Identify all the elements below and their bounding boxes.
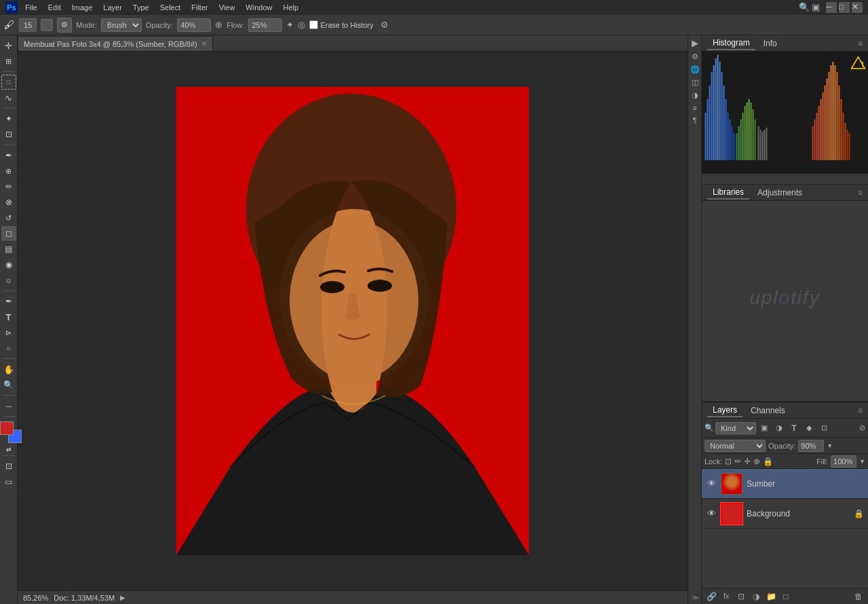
add-style-icon[interactable]: fx [719, 590, 733, 603]
lock-transparent-icon[interactable]: ⊡ [725, 457, 732, 466]
maximize-button[interactable]: □ [839, 2, 850, 13]
flow-input[interactable] [248, 18, 282, 32]
history-tool[interactable]: ↺ [1, 210, 16, 225]
lasso-tool[interactable]: ∿ [1, 90, 16, 105]
menu-edit[interactable]: Edit [45, 3, 64, 12]
info-tab[interactable]: Info [758, 37, 783, 50]
smoothing-icon[interactable]: ◎ [298, 20, 305, 30]
lock-all-icon[interactable]: 🔒 [763, 457, 773, 466]
foreground-color-well[interactable] [0, 421, 14, 435]
kind-filter-select[interactable]: Kind [715, 422, 756, 434]
opacity-settings-icon[interactable]: ⊕ [215, 20, 222, 30]
menu-select[interactable]: Select [157, 3, 184, 12]
quick-mask-button[interactable]: ⊡ [1, 459, 16, 474]
search-icon[interactable]: 🔍 [799, 2, 810, 13]
brush-tool[interactable]: ✏ [1, 179, 16, 194]
airbrush-icon[interactable]: ✦ [286, 20, 294, 30]
menu-type[interactable]: Type [130, 3, 153, 12]
new-adjustment-icon[interactable]: ◑ [749, 590, 763, 603]
fill-chevron[interactable]: ▼ [859, 458, 865, 465]
search-layers-icon[interactable]: 🔍 [705, 423, 714, 432]
type-tool[interactable]: T [1, 309, 16, 324]
brush-picker-button[interactable] [41, 19, 53, 31]
crop-tool[interactable]: ⊡ [1, 127, 16, 142]
adjustments-tab[interactable]: Adjustments [752, 187, 808, 199]
zoom-tool[interactable]: 🔍 [1, 377, 16, 392]
lock-position-icon[interactable]: ✛ [744, 457, 751, 466]
libraries-menu-icon[interactable]: ≡ [858, 188, 863, 197]
shape-filter-icon[interactable]: ◆ [802, 421, 816, 435]
properties-strip-icon[interactable]: ≡ [692, 104, 696, 112]
hand-tool[interactable]: ✋ [1, 362, 16, 377]
marquee-tool[interactable]: □ [1, 75, 16, 90]
eyedropper-tool[interactable]: ✒ [1, 148, 16, 163]
filter-toggle[interactable]: ⊘ [859, 423, 865, 432]
layer-visibility-sumber[interactable]: 👁 [706, 478, 717, 489]
more-tools[interactable]: ··· [1, 398, 16, 413]
menu-file[interactable]: File [22, 3, 41, 12]
libraries-tab[interactable]: Libraries [707, 186, 749, 200]
layers-menu-icon[interactable]: ≡ [858, 406, 863, 415]
paragraph-icon[interactable]: ¶ [693, 116, 697, 124]
smart-filter-icon[interactable]: ⊡ [817, 421, 831, 435]
menu-help[interactable]: Help [279, 3, 302, 12]
menu-filter[interactable]: Filter [188, 3, 211, 12]
new-group-icon[interactable]: 📁 [764, 590, 778, 603]
opacity-input[interactable] [177, 18, 211, 32]
tool-options-icon[interactable]: ⚙ [692, 52, 698, 61]
opacity-row-input[interactable] [798, 440, 824, 452]
path-tool[interactable]: ⊳ [1, 325, 16, 340]
histogram-menu-icon[interactable]: ≡ [858, 39, 863, 48]
delete-layer-icon[interactable]: 🗑 [852, 590, 865, 603]
gradient-tool[interactable]: ▤ [1, 242, 16, 257]
play-icon[interactable]: ▶ [692, 38, 698, 48]
erase-history-label[interactable]: Erase to History [309, 20, 373, 29]
document-tab[interactable]: Membuat Pas Foto 3x4 @ 85,3% (Sumber, RG… [18, 36, 213, 51]
layers-tab[interactable]: Layers [707, 404, 743, 417]
menu-window[interactable]: Window [242, 3, 275, 12]
stamp-tool[interactable]: ⊗ [1, 195, 16, 210]
link-layers-icon[interactable]: 🔗 [705, 590, 718, 603]
type-filter-icon[interactable]: T [787, 421, 801, 435]
blend-mode-select[interactable]: Normal Multiply Screen Overlay [705, 440, 766, 452]
shape-tool[interactable]: ○ [1, 341, 16, 356]
layers-strip-icon[interactable]: ◫ [692, 78, 698, 87]
eraser-tool[interactable]: ◻ [1, 226, 16, 241]
healing-tool[interactable]: ⊕ [1, 164, 16, 178]
mode-select[interactable]: Brush Pencil Block [101, 18, 142, 32]
world-icon[interactable]: 🌐 [690, 65, 700, 74]
arrange-icon[interactable]: ▣ [812, 2, 820, 13]
opacity-chevron[interactable]: ▼ [827, 442, 833, 449]
settings-icon[interactable]: ⚙ [380, 20, 389, 30]
brush-settings-button[interactable]: ⚙ [57, 18, 72, 33]
pen-tool[interactable]: ✒ [1, 294, 16, 309]
adjustment-strip-icon[interactable]: ◑ [692, 91, 698, 100]
minimize-button[interactable]: ─ [826, 2, 837, 13]
add-mask-icon[interactable]: ⊡ [734, 590, 748, 603]
channels-tab[interactable]: Channels [745, 404, 791, 417]
menu-layer[interactable]: Layer [100, 3, 125, 12]
forward-arrow[interactable]: ▶ [120, 594, 125, 601]
layer-item-background[interactable]: 👁 Background 🔒 [702, 499, 868, 529]
blur-tool[interactable]: ◉ [1, 257, 16, 272]
pixel-filter-icon[interactable]: ▣ [757, 421, 771, 435]
menu-view[interactable]: View [216, 3, 239, 12]
adjustment-filter-icon[interactable]: ◑ [772, 421, 786, 435]
menu-image[interactable]: Image [68, 3, 96, 12]
move-tool[interactable]: ✛ [1, 38, 16, 53]
close-button[interactable]: ✕ [852, 2, 863, 13]
artboard-tool[interactable]: ⊞ [1, 54, 16, 69]
dodge-tool[interactable]: ☼ [1, 273, 16, 288]
histogram-tab[interactable]: Histogram [707, 37, 755, 50]
wand-tool[interactable]: ✦ [1, 111, 16, 126]
fill-row-input[interactable] [831, 455, 856, 468]
tab-close-icon[interactable]: ✕ [201, 40, 207, 48]
layer-item-sumber[interactable]: 👁 Sumber [702, 469, 868, 499]
layer-visibility-background[interactable]: 👁 [706, 508, 717, 519]
new-layer-icon[interactable]: □ [779, 590, 793, 603]
collapse-strip-icon[interactable]: ≫ [692, 594, 698, 601]
lock-artboards-icon[interactable]: ⊕ [753, 457, 760, 466]
swap-colors-icon[interactable]: ⇄ [6, 446, 12, 453]
screen-mode-button[interactable]: ▭ [1, 474, 16, 489]
erase-history-checkbox[interactable] [309, 20, 318, 29]
